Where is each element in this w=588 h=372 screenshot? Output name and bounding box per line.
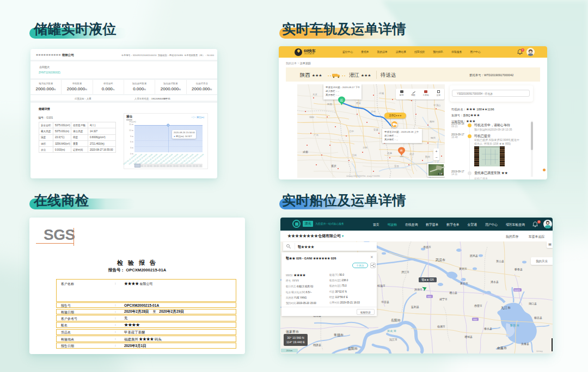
svg-text:常德市: 常德市: [334, 333, 344, 337]
svg-text:洪湖市: 洪湖市: [414, 288, 422, 292]
svg-text:南阳: 南阳: [430, 120, 434, 123]
svg-text:松滋市: 松滋市: [377, 284, 385, 288]
svg-text:黄石市: 黄石市: [460, 282, 468, 286]
svg-text:湖口县: 湖口县: [529, 302, 537, 306]
svg-text:团风县: 团风县: [470, 254, 478, 258]
svg-text:终: 终: [400, 149, 403, 152]
svg-text:起: 起: [340, 98, 344, 102]
svg-text:广元: 广元: [314, 134, 318, 137]
svg-text:G0423: G0423: [514, 289, 520, 292]
svg-text:荆州: 荆州: [425, 156, 430, 158]
svg-text:黄冈市: 黄冈市: [459, 267, 467, 270]
svg-text:陇南: 陇南: [327, 103, 332, 106]
svg-text:修水县: 修水县: [483, 327, 492, 330]
svg-text:重庆: 重庆: [331, 164, 336, 168]
svg-text:万州: 万州: [352, 154, 357, 157]
svg-text:西安: 西安: [356, 102, 361, 104]
svg-text:都昌县: 都昌县: [534, 316, 542, 320]
svg-text:临湘市: 临湘市: [437, 325, 445, 328]
svg-text:鄱 阳 湖: 鄱 阳 湖: [510, 324, 519, 327]
svg-text:成都: 成都: [302, 150, 308, 154]
svg-text:达州: 达州: [363, 146, 367, 149]
svg-text:咸宁市: 咸宁市: [439, 297, 448, 301]
svg-text:岳阳市: 岳阳市: [391, 318, 401, 323]
svg-text:运城: 运城: [379, 92, 384, 95]
svg-text:华容县: 华容县: [381, 300, 389, 303]
svg-text:武汉: 武汉: [409, 153, 414, 156]
svg-text:巴中: 巴中: [349, 130, 354, 133]
svg-text:G55: G55: [427, 296, 431, 298]
svg-text:随州: 随州: [431, 137, 436, 139]
svg-text:恩施: 恩施: [387, 152, 392, 154]
svg-text:通山县: 通山县: [449, 291, 457, 294]
svg-text:南昌市: 南昌市: [497, 346, 507, 350]
svg-text:安康: 安康: [373, 128, 378, 131]
svg-text:益阳市: 益阳市: [348, 346, 358, 351]
svg-text:武汉市: 武汉市: [436, 258, 445, 262]
svg-text:平顶山: 平顶山: [433, 104, 440, 107]
svg-text:洞 庭 湖: 洞 庭 湖: [387, 330, 396, 332]
svg-text:英山县: 英山县: [496, 259, 504, 263]
svg-text:G56: G56: [473, 319, 477, 321]
svg-text:监利县: 监利县: [411, 305, 419, 309]
svg-text:沅江市: 沅江市: [389, 338, 397, 342]
svg-text:永修县: 永修县: [521, 342, 529, 345]
svg-text:天水: 天水: [313, 93, 317, 96]
svg-text:潜江市: 潜江市: [401, 270, 409, 274]
svg-text:张家界市: 张家界市: [286, 330, 299, 334]
svg-text:孝感市: 孝感市: [423, 245, 431, 249]
svg-text:赤壁市: 赤壁市: [474, 304, 482, 308]
svg-text:桃源县: 桃源县: [313, 343, 321, 347]
svg-text:汉中: 汉中: [371, 110, 376, 113]
svg-text:蕲春县: 蕲春县: [514, 268, 523, 271]
svg-text:通城县: 通城县: [464, 335, 473, 338]
svg-text:浠水县: 浠水县: [491, 280, 499, 284]
svg-text:绵阳: 绵阳: [309, 116, 314, 119]
svg-text:宜昌: 宜昌: [394, 165, 399, 168]
svg-text:九江市: 九江市: [501, 306, 511, 309]
